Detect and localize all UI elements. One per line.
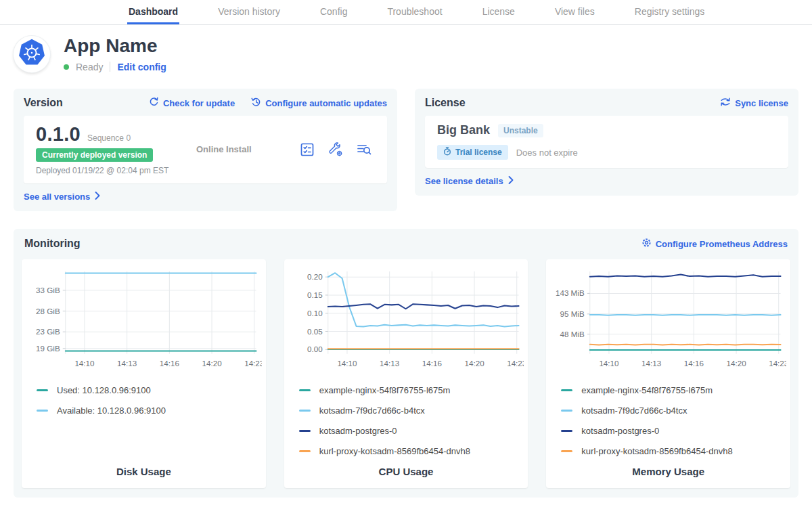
version-number: 0.1.0 xyxy=(36,123,81,146)
x-tick-label: 14:13 xyxy=(117,359,137,368)
top-nav: DashboardVersion historyConfigTroublesho… xyxy=(0,0,812,25)
clock-history-icon xyxy=(251,97,261,109)
chart-legend: example-nginx-54f8f76755-l675mkotsadm-7f… xyxy=(550,374,786,456)
version-card-title: Version xyxy=(24,97,63,109)
legend-item: kotsadm-7f9dc7d66c-b4tcx xyxy=(299,405,518,416)
monitoring-section: Monitoring Configure Prometheus Address … xyxy=(14,229,798,498)
tab-dashboard[interactable]: Dashboard xyxy=(127,0,179,24)
app-header: App Name Ready Edit config xyxy=(0,25,812,81)
license-name: Big Bank xyxy=(437,123,490,137)
legend-label: kurl-proxy-kotsadm-8569fb6454-dnvh8 xyxy=(319,446,470,456)
legend-item: example-nginx-54f8f76755-l675m xyxy=(561,385,780,395)
chart-plot: 14:1014:1314:1614:2014:230.200.150.100.0… xyxy=(288,266,524,374)
legend-label: example-nginx-54f8f76755-l675m xyxy=(319,385,451,395)
x-tick-label: 14:13 xyxy=(641,359,661,368)
chart-legend: Used: 10.128.0.96:9100Available: 10.128.… xyxy=(26,374,262,416)
monitoring-title: Monitoring xyxy=(24,238,81,250)
license-card-title: License xyxy=(425,97,466,109)
chart-legend: example-nginx-54f8f76755-l675mkotsadm-7f… xyxy=(288,374,524,456)
legend-swatch xyxy=(299,410,311,412)
legend-swatch xyxy=(299,450,311,452)
chart-title: Memory Usage xyxy=(550,458,786,481)
chart-title: Disk Usage xyxy=(26,458,262,481)
legend-item: kotsadm-postgres-0 xyxy=(299,426,518,436)
legend-swatch xyxy=(561,389,572,391)
divider xyxy=(110,62,110,72)
tab-license[interactable]: License xyxy=(481,0,516,24)
legend-item: kotsadm-postgres-0 xyxy=(561,426,780,436)
preflight-checks-icon[interactable] xyxy=(299,141,315,158)
tab-view-files[interactable]: View files xyxy=(554,0,596,24)
tab-config[interactable]: Config xyxy=(319,0,348,24)
check-for-update-button[interactable]: Check for update xyxy=(149,97,235,109)
gear-icon xyxy=(641,238,652,250)
chart-panel-disk-usage: 14:1014:1314:1614:2014:2333 GiB28 GiB23 … xyxy=(22,259,266,488)
legend-swatch xyxy=(37,389,48,391)
configure-prometheus-button[interactable]: Configure Prometheus Address xyxy=(641,238,788,250)
configure-automatic-updates-button[interactable]: Configure automatic updates xyxy=(251,97,387,109)
legend-label: kotsadm-postgres-0 xyxy=(319,426,397,436)
legend-item: Available: 10.128.0.96:9100 xyxy=(37,405,255,416)
legend-label: kurl-proxy-kotsadm-8569fb6454-dnvh8 xyxy=(581,446,732,456)
legend-item: kotsadm-7f9dc7d66c-b4tcx xyxy=(561,405,780,416)
charts-row: 14:1014:1314:1614:2014:2333 GiB28 GiB23 … xyxy=(22,259,790,488)
install-type: Online Install xyxy=(188,144,299,154)
license-card: License Sync license Big Bank Unstable xyxy=(415,89,798,196)
y-tick-label: 143 MiB xyxy=(556,288,585,297)
legend-swatch xyxy=(561,430,572,432)
x-tick-label: 14:23 xyxy=(244,359,262,368)
tab-registry-settings[interactable]: Registry settings xyxy=(633,0,706,24)
license-type-badge: Trial license xyxy=(437,145,508,160)
legend-label: Used: 10.128.0.96:9100 xyxy=(57,385,151,395)
legend-label: example-nginx-54f8f76755-l675m xyxy=(581,385,713,395)
x-tick-label: 14:10 xyxy=(74,359,95,368)
legend-swatch xyxy=(561,450,572,452)
legend-swatch xyxy=(299,389,311,391)
see-all-versions-link[interactable]: See all versions xyxy=(24,192,100,202)
kubernetes-logo-icon xyxy=(17,38,47,70)
view-logs-icon[interactable] xyxy=(356,141,372,158)
series-line xyxy=(328,273,518,326)
legend-label: Available: 10.128.0.96:9100 xyxy=(57,405,166,416)
y-tick-label: 0.10 xyxy=(307,309,323,317)
x-tick-label: 14:16 xyxy=(160,359,179,368)
deployed-status-badge: Currently deployed version xyxy=(36,148,153,162)
chart-panel-cpu-usage: 14:1014:1314:1614:2014:230.200.150.100.0… xyxy=(284,259,528,488)
license-details-panel: Big Bank Unstable Trial license Do xyxy=(425,116,788,168)
x-tick-label: 14:10 xyxy=(337,359,357,368)
cards-row: Version Check for update xyxy=(0,81,812,211)
legend-label: kotsadm-7f9dc7d66c-b4tcx xyxy=(581,405,687,416)
deployed-timestamp: Deployed 01/19/22 @ 02:04 pm EST xyxy=(36,166,188,175)
y-tick-label: 19 GiB xyxy=(36,344,60,353)
chevron-right-icon xyxy=(95,192,100,202)
see-license-details-link[interactable]: See license details xyxy=(425,176,514,186)
y-tick-label: 23 GiB xyxy=(36,327,60,336)
legend-item: Used: 10.128.0.96:9100 xyxy=(37,385,255,395)
x-tick-label: 14:13 xyxy=(380,359,399,368)
series-line xyxy=(328,304,518,309)
sync-arrows-icon xyxy=(720,97,731,109)
sync-license-button[interactable]: Sync license xyxy=(720,97,788,109)
x-tick-label: 14:16 xyxy=(684,359,704,368)
series-line xyxy=(590,345,781,345)
edit-config-link[interactable]: Edit config xyxy=(117,62,166,72)
tab-troubleshoot[interactable]: Troubleshoot xyxy=(386,0,443,24)
edit-config-icon[interactable] xyxy=(328,141,344,158)
version-sequence: Sequence 0 xyxy=(87,133,131,143)
app-logo xyxy=(14,36,50,72)
chart-panel-memory-usage: 14:1014:1314:1614:2014:23143 MiB95 MiB48… xyxy=(546,259,790,488)
legend-label: kotsadm-7f9dc7d66c-b4tcx xyxy=(319,405,425,416)
legend-item: example-nginx-54f8f76755-l675m xyxy=(299,385,518,395)
x-tick-label: 14:23 xyxy=(769,359,787,368)
stopwatch-icon xyxy=(443,147,451,158)
license-expiry: Does not expire xyxy=(516,148,578,158)
page-title: App Name xyxy=(64,36,166,56)
x-tick-label: 14:20 xyxy=(727,359,747,368)
chart-plot: 14:1014:1314:1614:2014:2333 GiB28 GiB23 … xyxy=(26,266,262,374)
y-tick-label: 0.05 xyxy=(307,327,323,336)
chart-title: CPU Usage xyxy=(288,458,524,481)
tab-version-history[interactable]: Version history xyxy=(217,0,281,24)
legend-label: kotsadm-postgres-0 xyxy=(581,426,659,436)
version-card: Version Check for update xyxy=(14,89,397,211)
channel-badge: Unstable xyxy=(498,124,543,137)
